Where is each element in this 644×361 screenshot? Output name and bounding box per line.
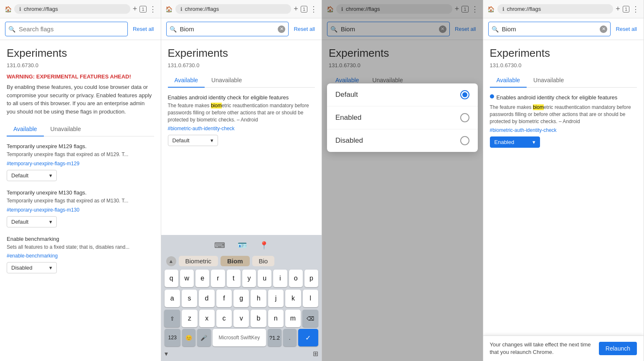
flag-dropdown-1-3[interactable]: Disabled ▾ bbox=[7, 262, 57, 273]
url-bar-4[interactable]: ℹ chrome://flags bbox=[497, 4, 614, 14]
tab-count-2[interactable]: 1 bbox=[301, 6, 307, 13]
tab-count-4[interactable]: 1 bbox=[623, 6, 629, 13]
kb-key-n[interactable]: n bbox=[268, 310, 284, 327]
version-2: 131.0.6730.0 bbox=[168, 62, 315, 68]
kb-key-mic[interactable]: 🎤 bbox=[197, 329, 210, 346]
kb-key-v[interactable]: v bbox=[233, 310, 249, 327]
dropdown-option-enabled-3[interactable]: Enabled bbox=[327, 106, 478, 129]
home-icon-2[interactable]: 🏠 bbox=[165, 5, 173, 13]
dropdown-option-default-3[interactable]: Default bbox=[327, 83, 478, 106]
kb-key-special-chars[interactable]: ?1.2 bbox=[268, 329, 281, 346]
kb-key-icon[interactable]: ⌨ bbox=[214, 241, 225, 250]
flag-dropdown-1-2[interactable]: Default ▾ bbox=[7, 216, 57, 227]
kb-location-icon[interactable]: 📍 bbox=[259, 241, 269, 250]
menu-btn-1[interactable]: ⋮ bbox=[149, 5, 157, 14]
kb-key-u[interactable]: u bbox=[258, 270, 271, 287]
tab-unavailable-1[interactable]: Unavailable bbox=[44, 122, 88, 136]
kb-key-w[interactable]: w bbox=[180, 270, 194, 287]
tab-available-2[interactable]: Available bbox=[168, 73, 205, 88]
flag-link-1-3[interactable]: #enable-benchmarking bbox=[7, 253, 154, 259]
chevron-down-icon-4-1: ▾ bbox=[532, 139, 535, 145]
kb-key-q[interactable]: q bbox=[165, 270, 178, 287]
kb-key-h[interactable]: h bbox=[251, 290, 266, 307]
search-clear-icon-4[interactable]: ✕ bbox=[600, 25, 607, 33]
kb-key-x[interactable]: x bbox=[199, 310, 215, 327]
flag-link-1-1[interactable]: #temporary-unexpire-flags-m129 bbox=[7, 161, 154, 167]
radio-disabled-3[interactable] bbox=[460, 136, 469, 145]
kb-key-c[interactable]: c bbox=[216, 310, 232, 327]
panel-2: 🏠 ℹ chrome://flags + 1 ⋮ 🔍 ✕ Reset all E… bbox=[161, 0, 322, 361]
kb-key-period[interactable]: . bbox=[283, 329, 297, 346]
flag-dropdown-1-1[interactable]: Default ▾ bbox=[7, 170, 57, 181]
dropdown-option-disabled-3[interactable]: Disabled bbox=[327, 129, 478, 152]
kb-key-l[interactable]: l bbox=[303, 290, 318, 307]
kb-key-123[interactable]: 123 bbox=[165, 329, 181, 346]
kb-row-3: ⇧ z x c v b n m ⌫ bbox=[165, 310, 319, 327]
kb-collapse-btn[interactable]: ▲ bbox=[166, 256, 176, 266]
reset-all-btn-1[interactable]: Reset all bbox=[131, 24, 156, 34]
kb-key-k[interactable]: k bbox=[285, 290, 301, 307]
flag-item-1-2: Temporarily unexpire M130 flags. Tempora… bbox=[7, 189, 154, 227]
kb-key-s[interactable]: s bbox=[182, 290, 197, 307]
relaunch-btn-4[interactable]: Relaunch bbox=[599, 342, 637, 355]
flag-link-1-2[interactable]: #temporary-unexpire-flags-m130 bbox=[7, 207, 154, 213]
search-input-2[interactable] bbox=[166, 22, 289, 36]
kb-key-shift[interactable]: ⇧ bbox=[164, 310, 180, 327]
tab-available-4[interactable]: Available bbox=[490, 73, 527, 88]
reset-all-btn-2[interactable]: Reset all bbox=[292, 24, 317, 34]
flag-link-4-1[interactable]: #biometric-auth-identity-check bbox=[490, 127, 637, 133]
search-input-4[interactable] bbox=[488, 22, 611, 36]
kb-key-t[interactable]: t bbox=[227, 270, 241, 287]
kb-key-o[interactable]: o bbox=[289, 270, 303, 287]
flag-dropdown-4-1[interactable]: Enabled ▾ bbox=[490, 136, 540, 148]
flag-title-1-1: Temporarily unexpire M129 flags. bbox=[7, 143, 154, 149]
radio-enabled-3[interactable] bbox=[460, 113, 469, 122]
home-icon-1[interactable]: 🏠 bbox=[4, 5, 12, 13]
kb-card-icon[interactable]: 🪪 bbox=[238, 241, 247, 250]
menu-btn-4[interactable]: ⋮ bbox=[632, 5, 639, 14]
kb-key-z[interactable]: z bbox=[182, 310, 197, 327]
radio-default-3[interactable] bbox=[460, 90, 469, 99]
tab-count-1[interactable]: 1 bbox=[139, 6, 146, 13]
kb-suggest-biom[interactable]: Biom bbox=[221, 256, 250, 266]
home-icon-4[interactable]: 🏠 bbox=[487, 5, 495, 13]
url-bar-2[interactable]: ℹ chrome://flags bbox=[175, 4, 292, 14]
reset-all-btn-4[interactable]: Reset all bbox=[614, 24, 639, 34]
kb-key-p[interactable]: p bbox=[304, 270, 318, 287]
kb-key-j[interactable]: j bbox=[268, 290, 284, 307]
kb-expand-icon[interactable]: ▾ bbox=[165, 350, 168, 358]
search-clear-icon-2[interactable]: ✕ bbox=[278, 25, 285, 33]
url-bar-1[interactable]: ℹ chrome://flags bbox=[14, 4, 130, 14]
content-4: Experiments 131.0.6730.0 Available Unava… bbox=[483, 40, 644, 361]
kb-key-space[interactable]: Microsoft SwiftKey bbox=[213, 329, 266, 346]
kb-key-g[interactable]: g bbox=[233, 290, 249, 307]
flag-dropdown-2-1[interactable]: Default ▾ bbox=[168, 135, 218, 146]
menu-btn-2[interactable]: ⋮ bbox=[310, 5, 317, 14]
kb-key-e[interactable]: e bbox=[195, 270, 209, 287]
new-tab-btn-1[interactable]: + bbox=[133, 5, 137, 13]
chevron-down-icon-1-1: ▾ bbox=[49, 172, 52, 179]
kb-suggest-bio[interactable]: Bio bbox=[252, 256, 275, 266]
kb-key-backspace[interactable]: ⌫ bbox=[302, 310, 318, 327]
kb-key-a[interactable]: a bbox=[165, 290, 180, 307]
tab-unavailable-4[interactable]: Unavailable bbox=[527, 73, 570, 88]
new-tab-btn-2[interactable]: + bbox=[294, 5, 298, 13]
kb-key-r[interactable]: r bbox=[211, 270, 225, 287]
panel-4: 🏠 ℹ chrome://flags + 1 ⋮ 🔍 ✕ Reset all E… bbox=[483, 0, 644, 361]
kb-key-send[interactable]: ✓ bbox=[298, 329, 318, 346]
search-input-1[interactable] bbox=[5, 22, 128, 36]
tab-unavailable-2[interactable]: Unavailable bbox=[205, 73, 248, 88]
kb-suggest-biometric[interactable]: Biometric bbox=[179, 256, 218, 266]
new-tab-btn-4[interactable]: + bbox=[616, 5, 620, 13]
kb-key-b[interactable]: b bbox=[251, 310, 266, 327]
flag-link-2-1[interactable]: #biometric-auth-identity-check bbox=[168, 126, 315, 131]
kb-key-f[interactable]: f bbox=[216, 290, 232, 307]
kb-key-y[interactable]: y bbox=[242, 270, 256, 287]
info-icon-1: ℹ bbox=[19, 6, 21, 12]
kb-grid-icon[interactable]: ⊞ bbox=[313, 350, 318, 358]
kb-key-emoji[interactable]: 😊 bbox=[182, 329, 195, 346]
kb-key-i[interactable]: i bbox=[273, 270, 287, 287]
kb-key-m[interactable]: m bbox=[285, 310, 301, 327]
kb-key-d[interactable]: d bbox=[199, 290, 214, 307]
tab-available-1[interactable]: Available bbox=[7, 122, 44, 136]
